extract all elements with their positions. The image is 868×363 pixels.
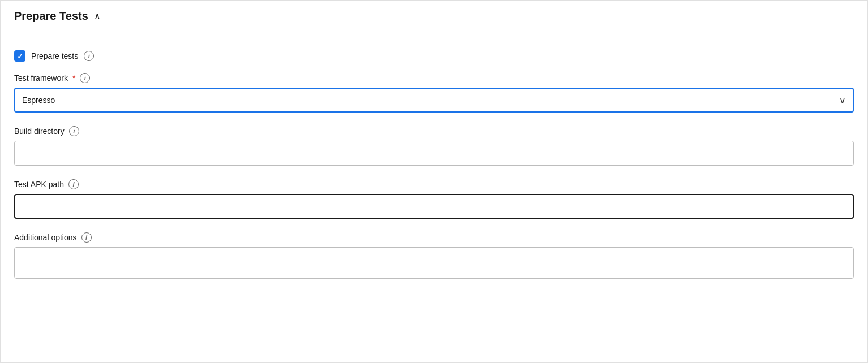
form-body: ✓ Prepare tests i Test framework * i Esp… [14, 41, 854, 279]
prepare-tests-row: ✓ Prepare tests i [14, 50, 854, 62]
prepare-tests-label: Prepare tests [31, 51, 78, 60]
test-framework-group: Test framework * i Espresso Robolectric … [14, 73, 854, 113]
test-framework-label-row: Test framework * i [14, 73, 854, 83]
section-header: Prepare Tests ∧ [14, 10, 854, 29]
build-directory-info-icon[interactable]: i [69, 126, 79, 136]
test-framework-select[interactable]: Espresso Robolectric JUnit [14, 88, 854, 113]
test-apk-path-label: Test APK path [14, 180, 64, 189]
build-directory-input[interactable] [14, 141, 854, 166]
build-directory-label-row: Build directory i [14, 126, 854, 136]
additional-options-label-row: Additional options i [14, 232, 854, 243]
build-directory-label: Build directory [14, 127, 65, 136]
additional-options-group: Additional options i [14, 232, 854, 279]
test-apk-path-input[interactable] [14, 194, 854, 219]
test-framework-select-wrapper: Espresso Robolectric JUnit ∨ [14, 88, 854, 113]
build-directory-group: Build directory i [14, 126, 854, 166]
additional-options-input[interactable] [14, 247, 854, 279]
checkmark-icon: ✓ [17, 53, 23, 60]
page-container: Prepare Tests ∧ ✓ Prepare tests i Test f… [0, 0, 868, 363]
additional-options-label: Additional options [14, 233, 77, 242]
test-apk-path-info-icon[interactable]: i [68, 179, 79, 189]
prepare-tests-info-icon[interactable]: i [84, 51, 94, 61]
test-apk-path-label-row: Test APK path i [14, 179, 854, 189]
test-framework-label: Test framework [14, 74, 68, 83]
test-framework-info-icon[interactable]: i [80, 73, 90, 83]
prepare-tests-checkbox[interactable]: ✓ [14, 50, 25, 62]
test-apk-path-group: Test APK path i [14, 179, 854, 219]
required-indicator: * [72, 74, 75, 83]
page-title: Prepare Tests [14, 10, 88, 23]
section-collapse-icon[interactable]: ∧ [94, 11, 101, 21]
additional-options-info-icon[interactable]: i [81, 232, 92, 243]
